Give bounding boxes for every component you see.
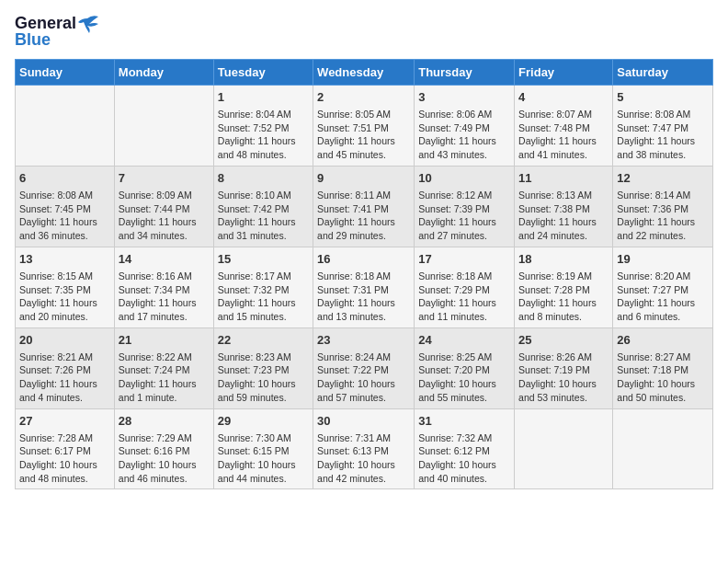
- calendar-cell: [515, 408, 613, 489]
- calendar-cell: 8Sunrise: 8:10 AM Sunset: 7:42 PM Daylig…: [213, 166, 313, 247]
- calendar-cell: 3Sunrise: 8:06 AM Sunset: 7:49 PM Daylig…: [415, 85, 515, 166]
- day-number: 7: [119, 170, 210, 187]
- day-number: 31: [418, 413, 510, 430]
- calendar-cell: [114, 85, 213, 166]
- calendar-cell: [16, 85, 115, 166]
- day-content: Sunrise: 8:16 AM Sunset: 7:34 PM Dayligh…: [119, 270, 210, 324]
- calendar-cell: 2Sunrise: 8:05 AM Sunset: 7:51 PM Daylig…: [313, 85, 415, 166]
- calendar-cell: 20Sunrise: 8:21 AM Sunset: 7:26 PM Dayli…: [16, 327, 115, 408]
- logo: General Blue: [15, 15, 98, 50]
- column-header-tuesday: Tuesday: [213, 59, 313, 85]
- column-header-saturday: Saturday: [613, 59, 713, 85]
- calendar-cell: 16Sunrise: 8:18 AM Sunset: 7:31 PM Dayli…: [313, 247, 415, 327]
- week-row-2: 6Sunrise: 8:08 AM Sunset: 7:45 PM Daylig…: [16, 166, 713, 247]
- day-content: Sunrise: 8:12 AM Sunset: 7:39 PM Dayligh…: [418, 189, 510, 243]
- calendar-cell: 12Sunrise: 8:14 AM Sunset: 7:36 PM Dayli…: [613, 166, 713, 247]
- day-number: 11: [518, 170, 609, 187]
- week-row-4: 20Sunrise: 8:21 AM Sunset: 7:26 PM Dayli…: [16, 327, 713, 408]
- calendar-table: SundayMondayTuesdayWednesdayThursdayFrid…: [15, 59, 713, 490]
- day-content: Sunrise: 8:21 AM Sunset: 7:26 PM Dayligh…: [19, 350, 110, 405]
- day-number: 10: [418, 170, 510, 187]
- calendar-cell: 13Sunrise: 8:15 AM Sunset: 7:35 PM Dayli…: [16, 247, 115, 327]
- day-number: 19: [617, 251, 709, 268]
- calendar-cell: 4Sunrise: 8:07 AM Sunset: 7:48 PM Daylig…: [515, 85, 613, 166]
- day-number: 8: [218, 170, 309, 187]
- calendar-cell: 22Sunrise: 8:23 AM Sunset: 7:23 PM Dayli…: [213, 327, 313, 408]
- calendar-cell: [613, 408, 713, 489]
- day-number: 4: [518, 89, 609, 106]
- day-number: 18: [518, 251, 609, 268]
- day-number: 24: [418, 332, 510, 349]
- day-content: Sunrise: 8:13 AM Sunset: 7:38 PM Dayligh…: [518, 189, 609, 243]
- day-number: 23: [317, 332, 410, 349]
- calendar-cell: 19Sunrise: 8:20 AM Sunset: 7:27 PM Dayli…: [613, 247, 713, 327]
- day-number: 28: [119, 413, 210, 430]
- column-header-sunday: Sunday: [16, 59, 115, 85]
- day-content: Sunrise: 8:17 AM Sunset: 7:32 PM Dayligh…: [218, 270, 309, 324]
- day-content: Sunrise: 8:27 AM Sunset: 7:18 PM Dayligh…: [617, 350, 709, 405]
- calendar-cell: 27Sunrise: 7:28 AM Sunset: 6:17 PM Dayli…: [16, 408, 115, 489]
- week-row-1: 1Sunrise: 8:04 AM Sunset: 7:52 PM Daylig…: [16, 85, 713, 166]
- day-content: Sunrise: 8:18 AM Sunset: 7:31 PM Dayligh…: [317, 270, 410, 324]
- day-content: Sunrise: 7:28 AM Sunset: 6:17 PM Dayligh…: [19, 431, 110, 486]
- day-number: 14: [119, 251, 210, 268]
- column-header-wednesday: Wednesday: [313, 59, 415, 85]
- day-content: Sunrise: 8:15 AM Sunset: 7:35 PM Dayligh…: [19, 270, 110, 324]
- day-number: 3: [418, 89, 510, 106]
- calendar-cell: 1Sunrise: 8:04 AM Sunset: 7:52 PM Daylig…: [213, 85, 313, 166]
- day-content: Sunrise: 7:31 AM Sunset: 6:13 PM Dayligh…: [317, 431, 410, 486]
- calendar-cell: 9Sunrise: 8:11 AM Sunset: 7:41 PM Daylig…: [313, 166, 415, 247]
- day-number: 26: [617, 332, 709, 349]
- column-header-thursday: Thursday: [415, 59, 515, 85]
- day-content: Sunrise: 8:04 AM Sunset: 7:52 PM Dayligh…: [218, 108, 309, 162]
- day-content: Sunrise: 7:32 AM Sunset: 6:12 PM Dayligh…: [418, 431, 510, 486]
- day-content: Sunrise: 8:09 AM Sunset: 7:44 PM Dayligh…: [119, 189, 210, 243]
- logo-bird-icon: [78, 15, 98, 33]
- calendar-cell: 6Sunrise: 8:08 AM Sunset: 7:45 PM Daylig…: [16, 166, 115, 247]
- day-content: Sunrise: 8:26 AM Sunset: 7:19 PM Dayligh…: [518, 350, 609, 405]
- day-content: Sunrise: 8:20 AM Sunset: 7:27 PM Dayligh…: [617, 270, 709, 324]
- day-number: 29: [218, 413, 309, 430]
- calendar-cell: 18Sunrise: 8:19 AM Sunset: 7:28 PM Dayli…: [515, 247, 613, 327]
- day-number: 22: [218, 332, 309, 349]
- day-number: 30: [317, 413, 410, 430]
- day-number: 20: [19, 332, 110, 349]
- day-number: 15: [218, 251, 309, 268]
- day-content: Sunrise: 8:25 AM Sunset: 7:20 PM Dayligh…: [418, 350, 510, 405]
- calendar-cell: 11Sunrise: 8:13 AM Sunset: 7:38 PM Dayli…: [515, 166, 613, 247]
- day-content: Sunrise: 8:08 AM Sunset: 7:47 PM Dayligh…: [617, 108, 709, 162]
- day-number: 13: [19, 251, 110, 268]
- day-content: Sunrise: 8:07 AM Sunset: 7:48 PM Dayligh…: [518, 108, 609, 162]
- day-content: Sunrise: 8:11 AM Sunset: 7:41 PM Dayligh…: [317, 189, 410, 243]
- day-content: Sunrise: 8:06 AM Sunset: 7:49 PM Dayligh…: [418, 108, 510, 162]
- day-content: Sunrise: 8:08 AM Sunset: 7:45 PM Dayligh…: [19, 189, 110, 243]
- day-number: 21: [119, 332, 210, 349]
- calendar-cell: 25Sunrise: 8:26 AM Sunset: 7:19 PM Dayli…: [515, 327, 613, 408]
- calendar-cell: 14Sunrise: 8:16 AM Sunset: 7:34 PM Dayli…: [114, 247, 213, 327]
- calendar-cell: 10Sunrise: 8:12 AM Sunset: 7:39 PM Dayli…: [415, 166, 515, 247]
- day-content: Sunrise: 8:10 AM Sunset: 7:42 PM Dayligh…: [218, 189, 309, 243]
- day-number: 2: [317, 89, 410, 106]
- day-content: Sunrise: 7:30 AM Sunset: 6:15 PM Dayligh…: [218, 431, 309, 486]
- calendar-cell: 7Sunrise: 8:09 AM Sunset: 7:44 PM Daylig…: [114, 166, 213, 247]
- day-number: 6: [19, 170, 110, 187]
- column-header-monday: Monday: [114, 59, 213, 85]
- day-number: 27: [19, 413, 110, 430]
- day-number: 9: [317, 170, 410, 187]
- calendar-cell: 5Sunrise: 8:08 AM Sunset: 7:47 PM Daylig…: [613, 85, 713, 166]
- calendar-cell: 26Sunrise: 8:27 AM Sunset: 7:18 PM Dayli…: [613, 327, 713, 408]
- column-header-friday: Friday: [515, 59, 613, 85]
- day-number: 25: [518, 332, 609, 349]
- day-number: 5: [617, 89, 709, 106]
- day-number: 1: [218, 89, 309, 106]
- calendar-cell: 23Sunrise: 8:24 AM Sunset: 7:22 PM Dayli…: [313, 327, 415, 408]
- calendar-cell: 31Sunrise: 7:32 AM Sunset: 6:12 PM Dayli…: [415, 408, 515, 489]
- calendar-cell: 30Sunrise: 7:31 AM Sunset: 6:13 PM Dayli…: [313, 408, 415, 489]
- day-content: Sunrise: 7:29 AM Sunset: 6:16 PM Dayligh…: [119, 431, 210, 486]
- calendar-cell: 21Sunrise: 8:22 AM Sunset: 7:24 PM Dayli…: [114, 327, 213, 408]
- day-number: 12: [617, 170, 709, 187]
- week-row-5: 27Sunrise: 7:28 AM Sunset: 6:17 PM Dayli…: [16, 408, 713, 489]
- calendar-cell: 29Sunrise: 7:30 AM Sunset: 6:15 PM Dayli…: [213, 408, 313, 489]
- day-content: Sunrise: 8:22 AM Sunset: 7:24 PM Dayligh…: [119, 350, 210, 405]
- day-number: 16: [317, 251, 410, 268]
